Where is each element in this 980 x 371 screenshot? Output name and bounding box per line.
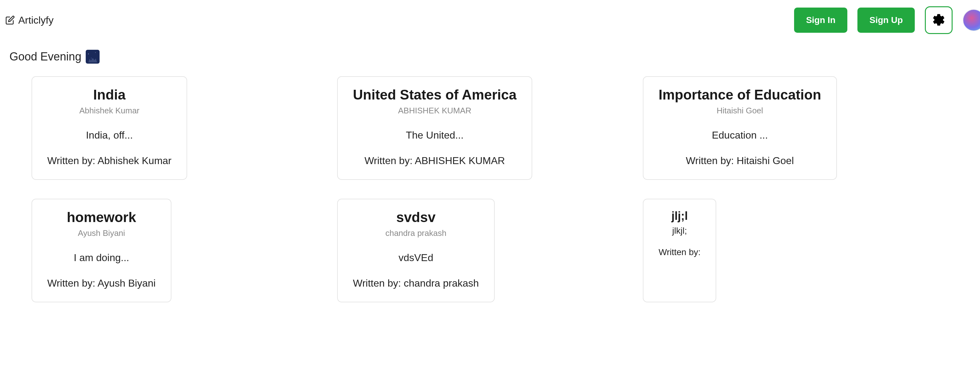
article-excerpt: vdsVEd: [353, 252, 479, 263]
article-card[interactable]: United States of America ABHISHEK KUMAR …: [337, 76, 532, 180]
article-excerpt: The United...: [353, 130, 517, 141]
brand[interactable]: Articlyfy: [5, 14, 54, 26]
article-byline: Written by: chandra prakash: [353, 277, 479, 289]
article-card[interactable]: Importance of Education Hitaishi Goel Ed…: [643, 76, 837, 180]
article-title: United States of America: [353, 87, 517, 103]
article-byline: Written by: Abhishek Kumar: [47, 155, 172, 166]
article-card[interactable]: jlj;l jlkjl; Written by:: [643, 199, 716, 302]
article-title: India: [47, 87, 172, 103]
brand-name: Articlyfy: [18, 14, 54, 26]
header: Articlyfy Sign In Sign Up: [0, 0, 980, 40]
article-card[interactable]: homework Ayush Biyani I am doing... Writ…: [32, 199, 172, 302]
article-author: Hitaishi Goel: [659, 106, 821, 116]
cards-grid: India Abhishek Kumar India, off... Writt…: [0, 76, 980, 321]
article-byline: Written by: ABHISHEK KUMAR: [353, 155, 517, 166]
article-title: Importance of Education: [659, 87, 821, 103]
edit-icon: [5, 15, 15, 25]
article-byline: Written by: Hitaishi Goel: [659, 155, 821, 166]
article-author: Abhishek Kumar: [47, 106, 172, 116]
article-excerpt: I am doing...: [47, 252, 156, 263]
gear-icon: [932, 13, 946, 28]
article-excerpt: jlkjl;: [659, 226, 700, 236]
article-title: jlj;l: [659, 209, 700, 223]
greeting: Good Evening: [0, 40, 980, 76]
avatar[interactable]: [963, 9, 980, 31]
night-city-icon: [86, 50, 100, 63]
greeting-text: Good Evening: [10, 50, 81, 63]
article-author: ABHISHEK KUMAR: [353, 106, 517, 116]
article-byline: Written by: Ayush Biyani: [47, 277, 156, 289]
sign-in-button[interactable]: Sign In: [794, 8, 847, 33]
article-title: homework: [47, 209, 156, 225]
article-author: chandra prakash: [353, 228, 479, 238]
article-title: svdsv: [353, 209, 479, 225]
article-excerpt: India, off...: [47, 130, 172, 141]
article-excerpt: Education ...: [659, 130, 821, 141]
sign-up-button[interactable]: Sign Up: [858, 8, 915, 33]
article-byline: Written by:: [659, 247, 700, 257]
article-author: Ayush Biyani: [47, 228, 156, 238]
settings-button[interactable]: [925, 6, 953, 34]
article-card[interactable]: India Abhishek Kumar India, off... Writt…: [32, 76, 187, 180]
header-actions: Sign In Sign Up: [794, 6, 974, 34]
article-card[interactable]: svdsv chandra prakash vdsVEd Written by:…: [337, 199, 495, 302]
